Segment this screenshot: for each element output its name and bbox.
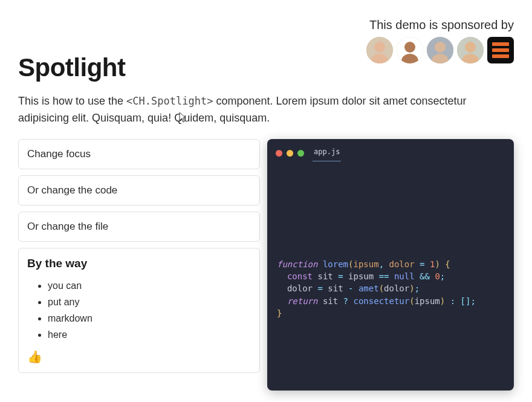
code-token: function: [277, 259, 317, 269]
sponsor-logo[interactable]: [487, 37, 514, 63]
code-token: dolor: [389, 259, 415, 269]
svg-point-4: [404, 42, 415, 53]
code-token: ): [440, 296, 445, 306]
component-code-literal: <CH.Spotlight>: [126, 95, 213, 107]
thumbs-up-icon: 👍: [27, 349, 251, 364]
minimize-dot-icon[interactable]: [287, 150, 293, 157]
svg-point-7: [435, 42, 446, 53]
avatar-4[interactable]: [457, 37, 484, 63]
avatar-3[interactable]: [427, 37, 453, 63]
intro-text-before: This is how to use the: [18, 95, 126, 107]
code-token: sit: [317, 271, 332, 281]
close-dot-icon[interactable]: [276, 150, 282, 157]
step-card-0[interactable]: Change focus: [18, 139, 260, 169]
code-token: ;: [440, 271, 445, 281]
code-token: [317, 259, 322, 269]
svg-point-10: [465, 42, 476, 53]
code-token: ipsum: [348, 271, 374, 281]
code-line: function lorem(ipsum, dolor = 1) {: [277, 259, 450, 269]
list-item: you can: [48, 277, 251, 294]
code-token: lorem: [323, 259, 348, 269]
code-line: return sit ? consectetur(ipsum) : [];: [277, 296, 476, 306]
code-token: (: [379, 284, 384, 293]
code-token: ,: [379, 259, 389, 269]
steps-column: Change focusOr change the codeOr change …: [18, 139, 260, 373]
step-title: Change focus: [27, 148, 251, 160]
code-token: [277, 271, 287, 281]
code-line: dolor = sit - amet(dolor);: [277, 284, 420, 293]
sponsor-block: This demo is sponsored by: [366, 18, 514, 63]
code-token: {: [440, 259, 450, 269]
code-token: consectetur: [353, 296, 409, 306]
code-token: }: [277, 308, 282, 318]
code-token: [277, 296, 287, 306]
code-token: amet: [358, 284, 379, 293]
code-token: ): [435, 259, 440, 269]
code-token: :: [445, 296, 460, 306]
code-token: ;: [470, 296, 475, 306]
code-line: }: [277, 308, 282, 318]
step-title: Or change the file: [27, 221, 251, 233]
code-tab-filename[interactable]: app.js: [313, 145, 341, 161]
code-token: =: [333, 271, 348, 281]
code-token: ==: [374, 271, 394, 281]
code-line: const sit = ipsum == null && 0;: [277, 271, 445, 281]
code-token: =: [313, 284, 328, 293]
mouse-cursor-icon: [179, 111, 187, 128]
avatar-1[interactable]: [366, 37, 393, 63]
code-panel-header: app.js: [267, 139, 514, 161]
step-title: Or change the code: [27, 184, 251, 196]
list-item: here: [48, 326, 251, 343]
sponsor-avatar-row: [366, 37, 514, 63]
code-token: null: [394, 271, 415, 281]
intro-paragraph: This is how to use the <CH.Spotlight> co…: [18, 93, 490, 128]
code-token: dolor: [287, 284, 313, 293]
code-token: sit: [328, 284, 343, 293]
code-token: =: [415, 259, 430, 269]
window-traffic-lights: [276, 150, 304, 157]
sponsor-label: This demo is sponsored by: [366, 18, 514, 32]
step-card-2[interactable]: Or change the file: [18, 212, 260, 242]
avatar-2[interactable]: [397, 37, 423, 63]
code-token: const: [287, 271, 313, 281]
code-token: ): [409, 284, 414, 293]
code-token: [277, 284, 287, 293]
code-token: -: [343, 284, 358, 293]
code-panel: app.js function lorem(ipsum, dolor = 1) …: [267, 139, 514, 391]
code-token: []: [461, 296, 471, 306]
code-token: 0: [435, 271, 440, 281]
list-item: put any: [48, 294, 251, 310]
by-the-way-heading: By the way: [27, 257, 251, 270]
code-token: dolor: [384, 284, 409, 293]
list-item: markdown: [48, 310, 251, 326]
code-token: sit: [323, 296, 338, 306]
code-token: ?: [338, 296, 353, 306]
code-token: [317, 296, 322, 306]
code-token: ipsum: [353, 259, 378, 269]
code-token: &&: [415, 271, 435, 281]
code-body: function lorem(ipsum, dolor = 1) { const…: [267, 161, 514, 391]
maximize-dot-icon[interactable]: [297, 150, 304, 157]
step-card-1[interactable]: Or change the code: [18, 175, 260, 206]
code-token: (: [409, 296, 414, 306]
step-card-by-the-way[interactable]: By the wayyou canput anymarkdownhere👍: [18, 248, 260, 373]
by-the-way-list: you canput anymarkdownhere: [48, 277, 251, 343]
code-token: ipsum: [415, 296, 440, 306]
code-token: ;: [415, 284, 420, 293]
svg-point-1: [374, 42, 385, 53]
code-token: return: [287, 296, 318, 306]
